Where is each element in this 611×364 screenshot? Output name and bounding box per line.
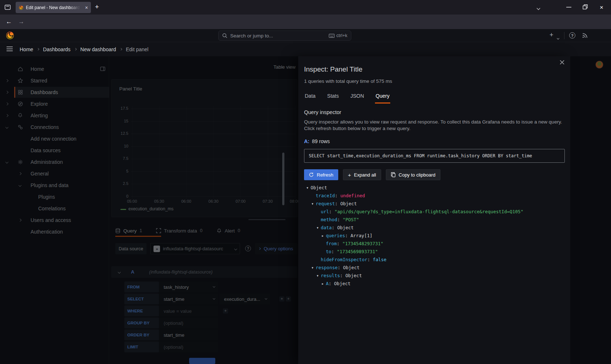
expand-toggle-icon[interactable]: ▸ <box>322 232 324 240</box>
forward-button[interactable]: → <box>18 18 24 25</box>
browser-toolbar: ← → localhost:3001/dashboard/new?orgId=1… <box>0 15 611 29</box>
create-new-button[interactable]: + <box>550 31 554 39</box>
window-minimize-button[interactable] <box>566 7 571 8</box>
breadcrumb-separator-icon <box>74 48 77 50</box>
json-value: Array[1] <box>351 233 372 238</box>
header-divider <box>564 32 564 39</box>
json-value: "1734569893731" <box>337 249 378 254</box>
json-separator: : <box>345 233 351 238</box>
json-key: method <box>321 217 337 222</box>
news-rss-icon[interactable] <box>582 32 588 39</box>
json-value: Object <box>343 265 359 270</box>
inspector-tab-json[interactable]: JSON <box>350 92 364 104</box>
search-shortcut: ctrl+k <box>329 33 347 38</box>
json-value: false <box>373 257 387 262</box>
breadcrumb-item[interactable]: Dashboards <box>43 46 71 52</box>
refresh-icon <box>309 172 314 177</box>
back-button[interactable]: ← <box>6 18 12 25</box>
browser-tab[interactable]: Edit panel - New dashboard - D × <box>16 2 91 13</box>
tab-title: Edit panel - New dashboard - D <box>26 5 80 10</box>
search-icon <box>222 33 227 38</box>
new-tab-button[interactable]: + <box>95 3 99 11</box>
json-separator: : <box>331 249 337 254</box>
expand-all-button[interactable]: + Expand all <box>343 169 381 180</box>
json-value: Object <box>334 281 351 286</box>
query-inspector-description: Query inspector allows you to view raw r… <box>304 119 564 132</box>
json-key: from <box>326 241 337 246</box>
inspector-tabs: DataStatsJSONQuery <box>304 92 390 104</box>
grafana-logo[interactable] <box>6 31 14 40</box>
json-tree-line[interactable]: hideFromInspector: false <box>306 256 564 264</box>
json-separator: : <box>335 193 340 198</box>
json-tree-line[interactable]: from: "1734548293731" <box>306 240 564 248</box>
json-key: url <box>321 209 329 214</box>
inspector-tab-query[interactable]: Query <box>375 92 390 104</box>
grafana-favicon <box>19 5 24 10</box>
json-tree-line[interactable]: ▸A: Object <box>306 280 564 288</box>
json-tree-line[interactable]: ▾results: Object <box>306 272 564 280</box>
breadcrumb-item[interactable]: New dashboard <box>80 46 116 52</box>
main-area: HomeStarredDashboardsExploreAlertingConn… <box>0 56 611 364</box>
window-close-button[interactable]: × <box>600 4 603 11</box>
json-separator: : <box>338 265 343 270</box>
tab-close-icon[interactable]: × <box>85 5 88 10</box>
json-key: traceId <box>316 193 335 198</box>
json-tree-line[interactable]: ▾request: Object <box>306 200 564 208</box>
json-separator: : <box>332 225 337 230</box>
breadcrumb-item[interactable]: Home <box>20 46 33 52</box>
refresh-button[interactable]: Refresh <box>304 169 338 180</box>
json-key: results <box>321 273 340 278</box>
json-key: A <box>326 281 329 286</box>
json-tree-line[interactable]: ▾Object <box>306 184 564 192</box>
json-key: queries <box>326 233 345 238</box>
json-separator: : <box>329 281 334 286</box>
help-icon[interactable]: ? <box>569 32 575 39</box>
collapse-toggle-icon[interactable]: ▾ <box>307 184 308 192</box>
screen: Edit panel - New dashboard - D × + × ← →… <box>0 0 611 364</box>
mega-menu-toggle-icon[interactable] <box>7 46 13 51</box>
json-tree-line[interactable]: traceId: undefined <box>306 192 564 200</box>
json-separator: : <box>335 201 340 206</box>
json-tree-line[interactable]: ▸queries: Array[1] <box>306 232 564 240</box>
inspect-drawer: Inspect: Panel Title 1 queries with tota… <box>298 56 570 364</box>
json-tree-line[interactable]: to: "1734569893731" <box>306 248 564 256</box>
search-input[interactable]: Search or jump to... ctrl+k <box>218 31 351 41</box>
collapse-toggle-icon[interactable]: ▾ <box>317 272 319 280</box>
inspector-tab-data[interactable]: Data <box>304 92 316 104</box>
inspector-tab-stats[interactable]: Stats <box>327 92 340 104</box>
json-key: to <box>326 249 331 254</box>
json-key: response <box>316 265 338 270</box>
json-value: Object <box>340 201 357 206</box>
tab-list-chevron-icon[interactable] <box>537 4 540 11</box>
json-tree-line[interactable]: method: "POST" <box>306 216 564 224</box>
json-value: Object <box>346 273 362 278</box>
query-ref-label: A: <box>304 138 310 144</box>
collapse-toggle-icon[interactable]: ▾ <box>317 224 319 232</box>
search-placeholder: Search or jump to... <box>230 33 326 39</box>
collapse-toggle-icon[interactable]: ▾ <box>312 200 314 208</box>
sql-query-text[interactable]: SELECT start_time,execution_duration_ms … <box>304 149 565 163</box>
expand-toggle-icon[interactable]: ▸ <box>322 280 324 288</box>
json-tree-line[interactable]: ▾response: Object <box>306 264 564 272</box>
json-value: undefined <box>340 193 365 198</box>
json-tree-line[interactable]: url: "api/ds/query?ds_type=influxdata-fl… <box>306 208 564 216</box>
json-separator: : <box>367 257 373 262</box>
copy-to-clipboard-button[interactable]: Copy to clipboard <box>386 169 440 180</box>
json-tree-line[interactable]: ▾data: Object <box>306 224 564 232</box>
create-new-chevron-icon[interactable] <box>557 34 559 41</box>
collapse-toggle-icon[interactable]: ▾ <box>312 264 314 272</box>
query-row-count: A:89 rows <box>304 138 330 144</box>
json-key: data <box>321 225 332 230</box>
plus-icon: + <box>348 172 351 178</box>
json-value: "POST" <box>343 217 359 222</box>
json-value: Object <box>311 185 327 190</box>
drawer-close-icon[interactable] <box>560 60 564 65</box>
breadcrumb-separator-icon <box>120 48 122 50</box>
breadcrumb-separator-icon <box>37 48 39 50</box>
keyboard-icon <box>329 34 335 38</box>
firefox-view-icon[interactable] <box>4 4 11 11</box>
json-separator: : <box>329 209 335 214</box>
browser-tab-strip: Edit panel - New dashboard - D × + × <box>0 0 611 15</box>
window-restore-button[interactable] <box>583 4 588 9</box>
copy-icon <box>391 172 396 177</box>
